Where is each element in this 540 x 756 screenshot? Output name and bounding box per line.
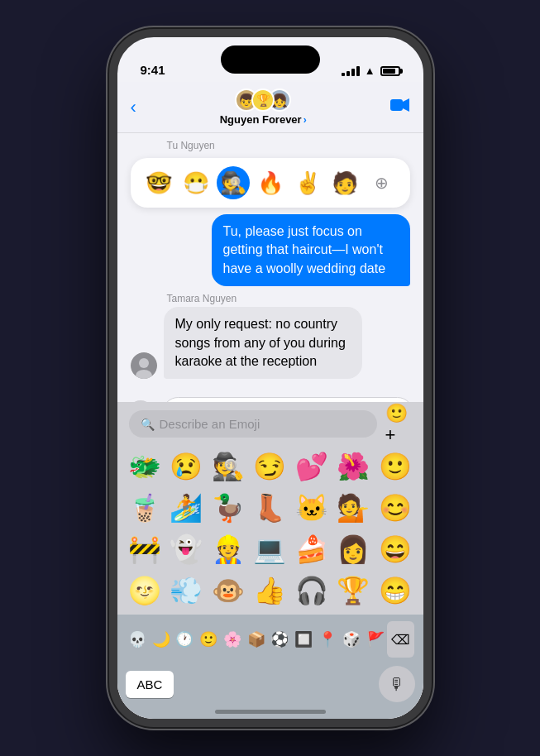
emoji-wink[interactable]: 😏 [251,447,289,486]
kb-dice-btn[interactable]: 🎲 [339,624,363,654]
phone-frame: 9:41 ▲ ‹ 👦 [109,29,432,727]
emoji-picker-row[interactable]: 🤓 😷 🕵️ 🔥 ✌️ 🧑 ⊕ [131,158,410,208]
keyboard-abc-button[interactable]: ABC [126,671,174,698]
sender-label-tamara: Tamara Nguyen [167,293,410,304]
emoji-grin[interactable]: 😁 [376,572,414,610]
emoji-thumbsup[interactable]: 👍 [251,572,289,610]
emoji-cone[interactable]: 🚧 [126,530,164,568]
emoji-smile-2[interactable]: 😊 [376,489,414,527]
kb-pin-btn[interactable]: 📍 [316,624,340,654]
kb-flag-btn[interactable]: 🚩 [363,624,387,654]
kb-grid-btn[interactable]: 🔲 [292,624,316,654]
emoji-sad[interactable]: 😢 [167,447,205,486]
nav-bar: ‹ 👦 🏆 👧 Nguyen Forever › [117,82,423,133]
phone-outer: 9:41 ▲ ‹ 👦 [0,0,540,756]
emoji-item-2[interactable]: 😷 [179,166,213,199]
emoji-headphones[interactable]: 🎧 [293,572,331,610]
search-placeholder: Describe an Emoji [160,417,260,431]
sender-label-tu: Tu Nguyen [167,140,410,151]
battery-fill [383,69,395,74]
emoji-monkey[interactable]: 🐵 [209,572,247,610]
emoji-hearts[interactable]: 💕 [293,447,331,486]
kb-moon-btn[interactable]: 🌙 [149,624,173,654]
emoji-search-bar: 🔍 Describe an Emoji 🙂+ [117,402,423,443]
emoji-item-5[interactable]: ✌️ [291,166,324,199]
nav-chevron: › [303,114,307,126]
emoji-add-button[interactable]: ⊕ [366,166,399,199]
status-icons: ▲ [342,65,400,77]
kb-smiley-btn[interactable]: 🙂 [197,624,221,654]
incoming-message-row: My only request: no country songs from a… [131,307,410,379]
emoji-moon-face[interactable]: 🌝 [126,572,164,610]
kb-box-btn[interactable]: 📦 [244,624,268,654]
kb-flower-btn[interactable]: 🌸 [221,624,245,654]
emoji-search-field[interactable]: 🔍 Describe an Emoji [129,410,377,438]
emoji-duck[interactable]: 🦆 [209,489,247,527]
kb-delete-button[interactable]: ⌫ [387,621,415,658]
messages-area: Tu Nguyen 🤓 😷 🕵️ 🔥 ✌️ 🧑 ⊕ Tu, please jus… [117,133,423,390]
back-button[interactable]: ‹ [131,97,136,118]
kb-ball-btn[interactable]: ⚽ [268,624,292,654]
svg-point-3 [139,358,149,368]
emoji-item-6[interactable]: 🧑 [328,166,361,199]
screen-content: ‹ 👦 🏆 👧 Nguyen Forever › [117,82,423,719]
wifi-icon: ▲ [365,65,375,77]
group-name: Nguyen Forever [220,113,302,126]
abc-label: ABC [137,677,163,691]
emoji-worker[interactable]: 👷 [209,530,247,568]
emoji-trophy[interactable]: 🏆 [334,572,372,610]
signal-bar-1 [342,73,345,76]
signal-bars [342,66,360,76]
status-time: 9:41 [141,63,165,77]
emoji-boots[interactable]: 👢 [251,489,289,527]
emoji-item-4[interactable]: 🔥 [254,166,287,199]
outgoing-bubble: Tu, please just focus on getting that ha… [212,214,410,286]
emoji-dragon[interactable]: 🐲 [126,447,164,486]
svg-rect-0 [390,99,403,111]
outgoing-message-row: Tu, please just focus on getting that ha… [131,214,410,286]
trophy-avatar: 🏆 [251,89,275,112]
emoji-surfer[interactable]: 🏄 [167,489,205,527]
emoji-grid: 🐲 😢 🕵️ 😏 💕 🌺 🙂 🧋 🏄 🦆 👢 🐱 💁 😊 [117,443,423,615]
emoji-boba[interactable]: 🧋 [126,489,164,527]
emoji-laptop[interactable]: 💻 [251,530,289,568]
emoji-cat[interactable]: 🐱 [293,489,331,527]
signal-bar-2 [346,71,350,76]
emoji-smile-basic[interactable]: 🙂 [376,447,414,486]
signal-bar-4 [356,66,360,76]
search-icon: 🔍 [141,418,155,431]
svg-marker-1 [403,98,409,112]
kb-skull-btn[interactable]: 💀 [126,624,150,654]
emoji-keyboard: 🔍 Describe an Emoji 🙂+ 🐲 😢 🕵️ 😏 💕 🌺 🙂 [117,402,423,719]
home-indicator [215,710,326,714]
emoji-spy[interactable]: 🕵️ [209,447,247,486]
emoji-ghost[interactable]: 👻 [167,530,205,568]
dynamic-island [221,45,320,74]
keyboard-mic-button[interactable]: 🎙 [379,666,415,702]
nav-title[interactable]: Nguyen Forever › [220,113,307,126]
incoming-bubble: My only request: no country songs from a… [164,307,362,379]
signal-bar-3 [351,69,355,76]
emoji-woman-curly[interactable]: 👩 [334,530,372,568]
video-call-button[interactable] [390,98,410,117]
emoji-item-1[interactable]: 🤓 [142,166,175,199]
keyboard-toolbar: 💀 🌙 🕐 🙂 🌸 📦 ⚽ 🔲 📍 🎲 🚩 ⌫ [117,615,423,663]
emoji-face-button[interactable]: 🙂+ [385,411,412,438]
emoji-cloud[interactable]: 💨 [167,572,205,610]
emoji-cake[interactable]: 🍰 [293,530,331,568]
emoji-laugh[interactable]: 😄 [376,530,414,568]
nav-center[interactable]: 👦 🏆 👧 Nguyen Forever › [220,89,307,126]
nav-avatars: 👦 🏆 👧 [238,89,288,112]
emoji-info-person[interactable]: 💁 [334,489,372,527]
battery-icon [380,66,400,76]
emoji-item-3-selected[interactable]: 🕵️ [217,166,250,199]
tamara-avatar [131,352,157,379]
emoji-flower-head[interactable]: 🌺 [334,447,372,486]
kb-clock-btn[interactable]: 🕐 [173,624,197,654]
